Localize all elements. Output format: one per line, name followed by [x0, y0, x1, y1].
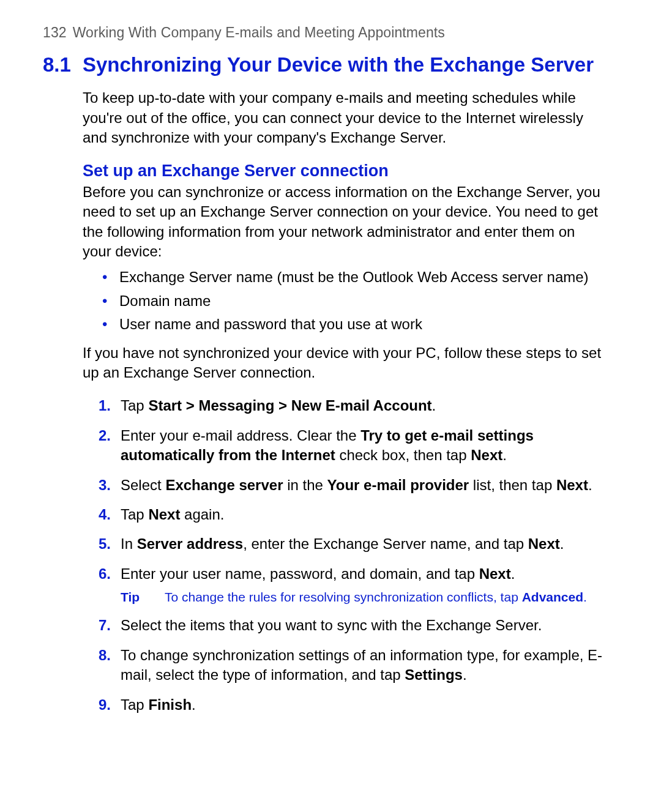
tip-bold: Advanced: [522, 590, 583, 604]
step-bold: Next: [556, 477, 588, 493]
step-text: .: [432, 397, 436, 414]
list-item: Domain name: [117, 291, 606, 311]
section-heading: 8.1 Synchronizing Your Device with the E…: [43, 52, 606, 77]
step-item: Tap Start > Messaging > New E-mail Accou…: [117, 396, 606, 415]
steps-list: Tap Start > Messaging > New E-mail Accou…: [83, 396, 606, 715]
step-item: Enter your user name, password, and doma…: [117, 564, 606, 606]
subsection-heading: Set up an Exchange Server connection: [83, 161, 606, 181]
step-bold: Your e-mail provider: [327, 477, 469, 493]
tip-callout: Tip To change the rules for resolving sy…: [121, 589, 606, 606]
step-item: To change synchronization settings of an…: [117, 646, 606, 685]
info-bullet-list: Exchange Server name (must be the Outloo…: [83, 267, 606, 334]
step-bold: Exchange server: [165, 477, 283, 493]
step-item: Enter your e-mail address. Clear the Try…: [117, 426, 606, 466]
subsection-para-2: If you have not synchronized your device…: [83, 343, 606, 383]
step-text: Select: [121, 477, 165, 493]
step-bold: Start > Messaging > New E-mail Account: [148, 397, 431, 414]
step-text: .: [502, 447, 507, 463]
step-text: in the: [283, 477, 327, 493]
step-bold: Finish: [148, 696, 192, 713]
tip-text: To change the rules for resolving synchr…: [165, 589, 587, 606]
step-bold: Next: [479, 565, 511, 582]
step-bold: Next: [528, 535, 560, 552]
tip-text-part: To change the rules for resolving synchr…: [165, 590, 522, 604]
step-text: .: [192, 696, 196, 713]
step-text: Enter your user name, password, and doma…: [121, 565, 479, 582]
section-title: Synchronizing Your Device with the Excha…: [83, 52, 594, 77]
section-intro: To keep up-to-date with your company e-m…: [83, 88, 606, 147]
document-page: 132Working With Company E-mails and Meet…: [0, 0, 661, 812]
step-text: To change synchronization settings of an…: [121, 647, 602, 683]
step-text: .: [560, 535, 564, 552]
step-bold: Next: [471, 447, 502, 463]
page-number: 132: [43, 24, 67, 40]
step-item: Select Exchange server in the Your e-mai…: [117, 475, 606, 495]
tip-label: Tip: [121, 589, 165, 606]
body-column: To keep up-to-date with your company e-m…: [83, 88, 606, 715]
step-item: In Server address, enter the Exchange Se…: [117, 534, 606, 554]
step-text: again.: [180, 506, 224, 523]
step-text: In: [121, 535, 137, 552]
step-text: .: [463, 666, 467, 683]
step-text: Tap: [121, 506, 148, 523]
list-item: Exchange Server name (must be the Outloo…: [117, 267, 606, 287]
subsection-para-1: Before you can synchronize or access inf…: [83, 182, 606, 262]
tip-text-part: .: [583, 590, 587, 604]
section-number: 8.1: [43, 52, 83, 77]
step-item: Select the items that you want to sync w…: [117, 616, 606, 635]
step-text: Select the items that you want to sync w…: [121, 617, 542, 633]
step-item: Tap Next again.: [117, 505, 606, 524]
running-header: 132Working With Company E-mails and Meet…: [43, 24, 606, 41]
step-item: Tap Finish.: [117, 695, 606, 715]
step-bold: Server address: [137, 535, 243, 552]
step-text: Tap: [121, 397, 148, 414]
step-text: Enter your e-mail address. Clear the: [121, 427, 360, 444]
step-text: list, then tap: [469, 477, 556, 493]
chapter-title: Working With Company E-mails and Meeting…: [73, 24, 445, 40]
step-text: check box, then tap: [335, 447, 471, 463]
step-text: , enter the Exchange Server name, and ta…: [243, 535, 528, 552]
step-bold: Settings: [405, 666, 463, 683]
list-item: User name and password that you use at w…: [117, 315, 606, 334]
step-bold: Next: [148, 506, 180, 523]
step-text: Tap: [121, 696, 148, 713]
step-text: .: [511, 565, 515, 582]
step-text: .: [588, 477, 592, 493]
